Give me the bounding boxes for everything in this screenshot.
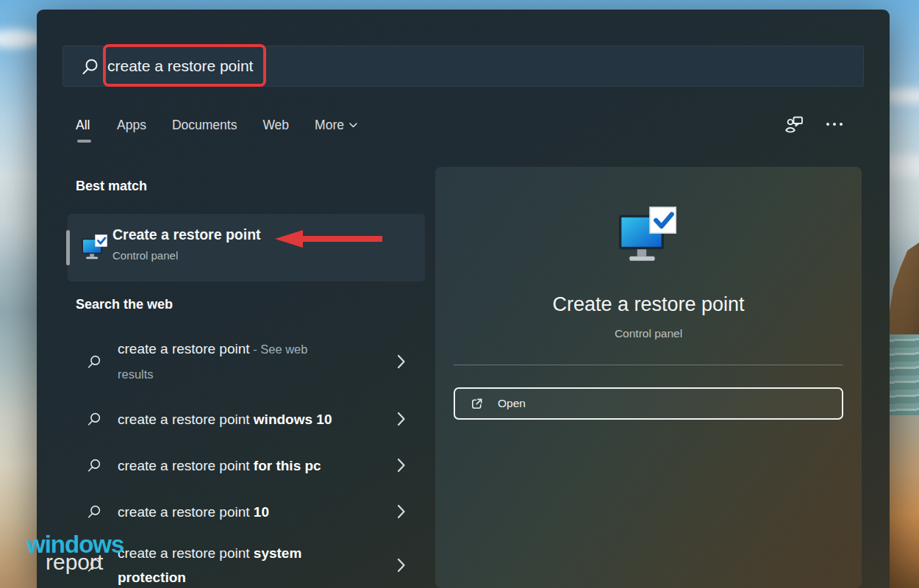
result-preview-pane: Create a restore point Control panel Ope… (435, 167, 862, 588)
chevron-right-icon (397, 354, 406, 369)
search-header-actions (782, 112, 844, 136)
preview-subtitle: Control panel (435, 327, 862, 340)
tab-documents[interactable]: Documents (172, 118, 237, 143)
restore-point-icon (79, 233, 109, 262)
tab-more[interactable]: More (315, 118, 357, 143)
user-feedback-icon[interactable] (782, 112, 806, 136)
web-suggestion-row[interactable]: create a restore point windows 10 (68, 403, 413, 435)
search-suggestion-icon (86, 557, 102, 573)
search-suggestion-icon (86, 354, 102, 370)
active-tab-indicator (77, 140, 91, 143)
results-scrollbar[interactable] (66, 230, 70, 265)
best-match-heading: Best match (76, 179, 147, 194)
desktop-screen: All Apps Documents Web More (0, 0, 919, 588)
restore-point-hero-icon (615, 205, 682, 268)
best-match-subtitle: Control panel (112, 249, 178, 262)
search-suggestion-icon (86, 503, 102, 520)
suggestion-text: create a restore point (118, 458, 250, 473)
tab-more-label: More (315, 118, 344, 133)
tab-apps[interactable]: Apps (117, 118, 146, 143)
open-external-icon (470, 397, 484, 411)
suggestion-bold-text: 10 (250, 504, 269, 520)
chevron-right-icon (397, 458, 406, 473)
web-suggestion-row[interactable]: create a restore point for this pc (68, 449, 413, 481)
chevron-right-icon (397, 412, 406, 426)
chevron-right-icon (397, 504, 406, 519)
suggestion-bold-text: windows 10 (250, 412, 332, 427)
search-input[interactable] (107, 46, 622, 86)
chevron-right-icon (397, 558, 406, 573)
search-suggestion-icon (86, 457, 102, 473)
web-suggestion-row[interactable]: create a restore point system protection (68, 542, 413, 588)
open-button[interactable]: Open (454, 387, 843, 420)
search-flyout-panel: All Apps Documents Web More (37, 10, 890, 588)
tab-apps-label: Apps (117, 118, 146, 133)
tab-all[interactable]: All (76, 118, 91, 143)
suggestion-text: create a restore point (118, 545, 250, 561)
search-box[interactable] (62, 46, 864, 87)
best-match-result[interactable]: Create a restore point Control panel (68, 214, 425, 282)
tab-web-label: Web (262, 118, 289, 133)
search-the-web-heading: Search the web (76, 297, 173, 312)
search-icon (80, 57, 100, 76)
preview-title: Create a restore point (435, 293, 862, 316)
suggestion-text: create a restore point (118, 412, 250, 427)
tab-web[interactable]: Web (262, 118, 289, 143)
preview-divider (454, 365, 843, 365)
open-button-label: Open (498, 397, 526, 410)
tab-documents-label: Documents (172, 118, 237, 133)
best-match-title: Create a restore point (112, 226, 261, 243)
tab-all-label: All (76, 118, 90, 133)
search-filter-tabs: All Apps Documents Web More (76, 118, 357, 143)
ellipsis-icon (826, 123, 829, 126)
suggestion-bold-text: for this pc (250, 458, 321, 473)
suggestion-text: create a restore point (118, 341, 250, 356)
more-options-button[interactable] (825, 115, 844, 133)
suggestion-text: create a restore point (118, 504, 250, 520)
web-suggestion-row[interactable]: create a restore point - See web results (68, 332, 413, 391)
search-suggestion-icon (86, 411, 102, 427)
chevron-down-icon (349, 123, 357, 128)
web-suggestion-row[interactable]: create a restore point 10 (68, 495, 413, 528)
